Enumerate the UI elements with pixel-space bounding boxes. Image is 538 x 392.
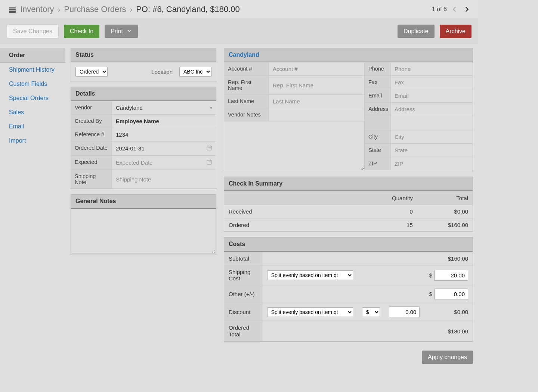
- fax-input[interactable]: [395, 79, 469, 85]
- chevron-right-icon: ›: [58, 5, 61, 14]
- shipping-note-field[interactable]: [112, 170, 216, 189]
- vendor-select[interactable]: Candyland ▾: [112, 101, 216, 114]
- shipping-method-select[interactable]: Split evenly based on item qt: [267, 270, 353, 280]
- duplicate-button[interactable]: Duplicate: [398, 25, 435, 38]
- calendar-icon[interactable]: [206, 145, 212, 152]
- calendar-icon[interactable]: [206, 159, 212, 166]
- sidebar-item-email[interactable]: Email: [0, 119, 65, 134]
- city-input[interactable]: [395, 134, 469, 140]
- email-label: Email: [365, 89, 391, 102]
- total-header: Total: [417, 192, 473, 205]
- vendor-notes-label: Vendor Notes: [224, 108, 269, 121]
- table-row: Received 0 $0.00: [224, 205, 473, 218]
- received-qty: 0: [361, 205, 417, 218]
- sidebar-item-shipment-history[interactable]: Shipment History: [0, 63, 65, 77]
- breadcrumb-level2[interactable]: Purchase Orders: [64, 4, 126, 14]
- check-in-button[interactable]: Check In: [64, 25, 99, 38]
- state-input[interactable]: [395, 147, 469, 153]
- ordered-total-value: $180.00: [424, 321, 473, 342]
- svg-rect-5: [209, 147, 210, 148]
- inventory-icon: [8, 6, 16, 13]
- sidebar-item-sales[interactable]: Sales: [0, 105, 65, 119]
- sidebar-item-special-orders[interactable]: Special Orders: [0, 91, 65, 105]
- subtotal-label: Subtotal: [224, 252, 263, 265]
- shipping-cost-input[interactable]: [435, 270, 468, 281]
- pager-next-button[interactable]: [463, 5, 471, 13]
- general-notes-heading: General Notes: [71, 195, 216, 209]
- qty-header: Quantity: [361, 192, 417, 205]
- vendor-panel: Candyland Account # Rep. First Name: [224, 48, 473, 171]
- createdby-label: Created By: [71, 115, 112, 128]
- general-notes-textarea[interactable]: [71, 209, 216, 253]
- location-select[interactable]: ABC Inc: [179, 67, 211, 77]
- address-input[interactable]: [395, 106, 469, 112]
- address-label: Address: [365, 103, 391, 116]
- table-row: Other (+/-) $: [224, 285, 473, 303]
- received-label: Received: [224, 205, 361, 218]
- account-input[interactable]: [273, 66, 361, 72]
- chevron-down-icon: [127, 28, 132, 35]
- record-pager: 1 of 6: [432, 5, 471, 13]
- ordered-date-input[interactable]: [116, 145, 206, 152]
- pager-prev-button[interactable]: [451, 5, 459, 13]
- expected-field[interactable]: [112, 156, 216, 169]
- zip-input[interactable]: [395, 161, 469, 167]
- svg-rect-10: [208, 162, 208, 162]
- ordered-date-field[interactable]: [112, 141, 216, 155]
- fax-label: Fax: [365, 76, 391, 89]
- svg-rect-2: [9, 11, 16, 13]
- table-row: Shipping Cost Split evenly based on item…: [224, 265, 473, 285]
- address2-input[interactable]: [395, 120, 469, 126]
- checkin-summary-panel: Check In Summary Quantity Total Received…: [224, 177, 473, 232]
- pager-text: 1 of 6: [432, 6, 447, 13]
- ordered-label: Ordered: [224, 218, 361, 232]
- zip-label: ZIP: [365, 157, 391, 170]
- svg-rect-11: [209, 162, 210, 162]
- vendor-notes-textarea[interactable]: [224, 121, 364, 170]
- svg-rect-9: [207, 160, 211, 164]
- rep-last-input[interactable]: [273, 98, 361, 105]
- costs-table: Subtotal $160.00 Shipping Cost Split eve…: [224, 252, 473, 341]
- shipping-note-input[interactable]: [116, 176, 212, 183]
- createdby-value: Employee Name: [112, 115, 216, 128]
- discount-method-select[interactable]: Split evenly based on item qt: [267, 307, 353, 317]
- discount-label: Discount: [224, 303, 263, 321]
- ordered-total-label: Ordered Total: [224, 321, 263, 342]
- status-heading: Status: [71, 48, 216, 62]
- archive-button[interactable]: Archive: [440, 25, 471, 38]
- reference-input[interactable]: [116, 131, 212, 138]
- expected-input[interactable]: [116, 159, 206, 166]
- ordered-total: $160.00: [417, 218, 473, 232]
- status-select[interactable]: Ordered: [75, 67, 108, 77]
- other-cost-input[interactable]: [435, 289, 468, 299]
- vendor-label: Vendor: [71, 101, 112, 114]
- costs-heading: Costs: [224, 237, 473, 252]
- discount-type-select[interactable]: $: [362, 307, 380, 317]
- details-panel: Details Vendor Candyland ▾ Created By Em…: [71, 87, 216, 189]
- general-notes-panel: General Notes: [71, 194, 216, 255]
- costs-panel: Costs Subtotal $160.00 Shipping Cost Spl…: [224, 237, 473, 342]
- reference-value[interactable]: [112, 128, 216, 141]
- ordered-qty: 15: [361, 218, 417, 232]
- svg-rect-6: [210, 147, 211, 148]
- apply-changes-button[interactable]: Apply changes: [422, 351, 473, 364]
- print-label: Print: [111, 28, 123, 35]
- sidebar-item-import[interactable]: Import: [0, 134, 65, 148]
- rep-first-input[interactable]: [273, 82, 361, 88]
- save-changes-button: Save Changes: [7, 24, 59, 38]
- sidebar-item-custom-fields[interactable]: Custom Fields: [0, 77, 65, 91]
- address2-label: [365, 116, 391, 130]
- svg-rect-1: [9, 9, 16, 10]
- print-dropdown-button[interactable]: Print: [105, 25, 138, 38]
- discount-amount-input[interactable]: [389, 307, 420, 317]
- chevron-right-icon: ›: [130, 5, 132, 14]
- email-input[interactable]: [395, 93, 469, 99]
- vendor-name-link[interactable]: Candyland: [224, 48, 473, 62]
- breadcrumb-level1[interactable]: Inventory: [20, 4, 54, 14]
- phone-input[interactable]: [395, 66, 469, 72]
- svg-rect-4: [208, 147, 208, 148]
- action-toolbar: Save Changes Check In Print Duplicate Ar…: [0, 19, 478, 44]
- sidebar-item-order[interactable]: Order: [0, 48, 65, 63]
- table-row: Discount Split evenly based on item qt $…: [224, 303, 473, 321]
- location-label: Location: [151, 69, 173, 75]
